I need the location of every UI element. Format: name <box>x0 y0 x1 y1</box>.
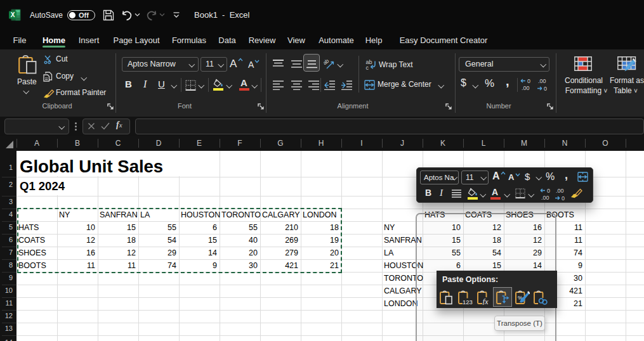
svg-text:.00: .00 <box>541 195 549 201</box>
svg-text:0: 0 <box>527 78 530 84</box>
svg-text:X: X <box>11 11 15 18</box>
svg-text:c: c <box>366 65 369 70</box>
svg-text:ab: ab <box>324 58 331 66</box>
svg-text:.00: .00 <box>556 188 564 194</box>
svg-text:123: 123 <box>463 299 473 306</box>
svg-text:.00: .00 <box>538 78 546 84</box>
svg-text:0: 0 <box>544 86 547 91</box>
svg-text:.00: .00 <box>522 85 530 91</box>
svg-text:0: 0 <box>547 188 550 194</box>
svg-text:0: 0 <box>562 195 565 201</box>
svg-text:fx: fx <box>483 297 489 306</box>
